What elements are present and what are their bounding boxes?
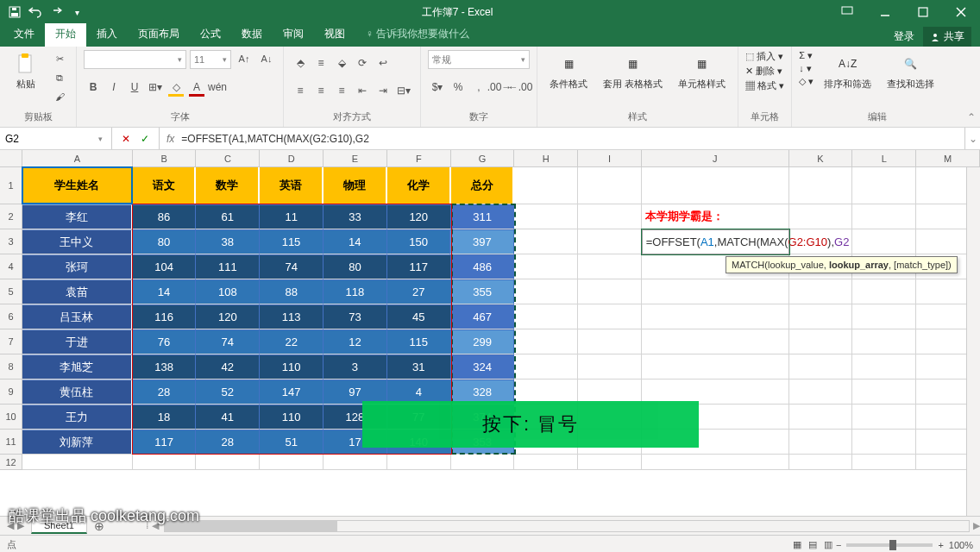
wrap-text-icon[interactable]: ↩: [374, 53, 393, 72]
cell[interactable]: 118: [324, 279, 387, 304]
fill-button[interactable]: ↓ ▾: [799, 63, 814, 74]
paste-button[interactable]: 粘贴: [7, 50, 45, 94]
cell[interactable]: 120: [196, 304, 260, 329]
insert-cells-button[interactable]: ⬚ 插入 ▾: [745, 50, 784, 63]
cell[interactable]: [642, 455, 789, 470]
align-right-icon[interactable]: ≡: [332, 81, 351, 100]
cell[interactable]: 12: [324, 329, 387, 354]
cell[interactable]: [514, 329, 578, 354]
cell[interactable]: [852, 204, 916, 229]
cell[interactable]: 108: [196, 279, 260, 304]
cell[interactable]: 化学: [387, 167, 451, 204]
name-box[interactable]: ▾: [0, 128, 112, 149]
cell[interactable]: [852, 167, 916, 204]
column-header[interactable]: H: [514, 150, 578, 166]
phonetic-icon[interactable]: wén: [208, 78, 227, 97]
cell[interactable]: 467: [451, 304, 515, 329]
vertical-scrollbar[interactable]: [966, 167, 980, 516]
tellme[interactable]: ♀ 告诉我你想要做什么: [355, 23, 480, 47]
cell[interactable]: [852, 329, 916, 354]
cell[interactable]: 本学期学霸是：: [642, 204, 789, 229]
cell[interactable]: [514, 204, 578, 229]
cell[interactable]: 76: [133, 329, 197, 354]
row-header[interactable]: 9: [0, 380, 22, 405]
cell[interactable]: [642, 279, 789, 304]
horizontal-scrollbar[interactable]: ⁞ ◀▶: [146, 520, 980, 532]
cell[interactable]: [852, 380, 916, 405]
cell[interactable]: 116: [133, 304, 197, 329]
cell[interactable]: 110: [260, 354, 324, 380]
cell[interactable]: 28: [196, 430, 260, 455]
decrease-decimal-icon[interactable]: ←.00: [511, 78, 530, 97]
tab-pagelayout[interactable]: 页面布局: [128, 23, 190, 47]
cell[interactable]: 80: [133, 229, 197, 254]
column-header[interactable]: I: [578, 150, 642, 166]
cell[interactable]: 33: [324, 204, 387, 229]
cell[interactable]: 物理: [324, 167, 387, 204]
column-header[interactable]: K: [789, 150, 853, 166]
cell[interactable]: 11: [260, 204, 324, 229]
cell[interactable]: 22: [260, 329, 324, 354]
close-icon[interactable]: [942, 0, 980, 24]
cell[interactable]: [642, 167, 789, 204]
tab-review[interactable]: 审阅: [273, 23, 314, 47]
align-bottom-icon[interactable]: ⬙: [332, 53, 351, 72]
cut-icon[interactable]: ✂: [50, 50, 69, 67]
cell[interactable]: [852, 354, 916, 380]
column-header[interactable]: D: [260, 150, 324, 166]
row-header[interactable]: 8: [0, 354, 22, 380]
cell[interactable]: 27: [387, 279, 451, 304]
fill-color-icon[interactable]: ◇: [166, 78, 185, 97]
row-header[interactable]: 4: [0, 254, 22, 279]
cell[interactable]: 英语: [260, 167, 324, 204]
cell[interactable]: [789, 167, 853, 204]
zoom-out-icon[interactable]: −: [836, 540, 841, 550]
row-header[interactable]: 7: [0, 329, 22, 354]
minimize-icon[interactable]: [866, 0, 904, 24]
cell[interactable]: [196, 455, 260, 470]
cell[interactable]: [789, 405, 853, 430]
column-header[interactable]: M: [916, 150, 980, 166]
cell[interactable]: 299: [451, 329, 515, 354]
column-header[interactable]: E: [324, 150, 387, 166]
cell[interactable]: 74: [260, 254, 324, 279]
cell[interactable]: [852, 279, 916, 304]
column-header[interactable]: G: [451, 150, 515, 166]
cell[interactable]: 311: [451, 204, 515, 229]
cell[interactable]: [22, 455, 133, 470]
cell[interactable]: 117: [133, 430, 197, 455]
cell[interactable]: [789, 430, 853, 455]
zoom-level[interactable]: 100%: [949, 540, 973, 550]
cell[interactable]: 73: [324, 304, 387, 329]
maximize-icon[interactable]: [904, 0, 942, 24]
cell[interactable]: [578, 279, 642, 304]
share-button[interactable]: 共享: [923, 27, 971, 47]
cancel-formula-icon[interactable]: ✕: [117, 130, 135, 147]
cell[interactable]: [451, 455, 515, 470]
cell[interactable]: 115: [387, 329, 451, 354]
zoom-in-icon[interactable]: +: [938, 540, 943, 550]
view-page-layout-icon[interactable]: ▤: [805, 539, 820, 550]
accounting-icon[interactable]: $▾: [428, 78, 447, 97]
cell[interactable]: [514, 254, 578, 279]
cell[interactable]: 18: [133, 405, 197, 430]
autosum-button[interactable]: Σ ▾: [799, 50, 814, 61]
format-cells-button[interactable]: ▦ 格式 ▾: [745, 79, 784, 92]
cell[interactable]: [789, 455, 853, 470]
cell[interactable]: 总分: [451, 167, 515, 204]
cell[interactable]: 14: [133, 279, 197, 304]
zoom-slider[interactable]: [846, 543, 933, 547]
row-header[interactable]: 5: [0, 279, 22, 304]
cell[interactable]: 150: [387, 229, 451, 254]
cell[interactable]: 117: [387, 254, 451, 279]
column-header[interactable]: B: [133, 150, 197, 166]
column-header[interactable]: A: [22, 150, 133, 166]
font-color-icon[interactable]: A: [187, 78, 206, 97]
cell[interactable]: 语文: [133, 167, 197, 204]
cell[interactable]: 28: [133, 380, 197, 405]
cell[interactable]: 45: [387, 304, 451, 329]
expand-formula-bar-icon[interactable]: ⌄: [964, 128, 980, 149]
cell[interactable]: 于进: [22, 329, 133, 354]
cell[interactable]: 147: [260, 380, 324, 405]
cell[interactable]: [789, 354, 853, 380]
